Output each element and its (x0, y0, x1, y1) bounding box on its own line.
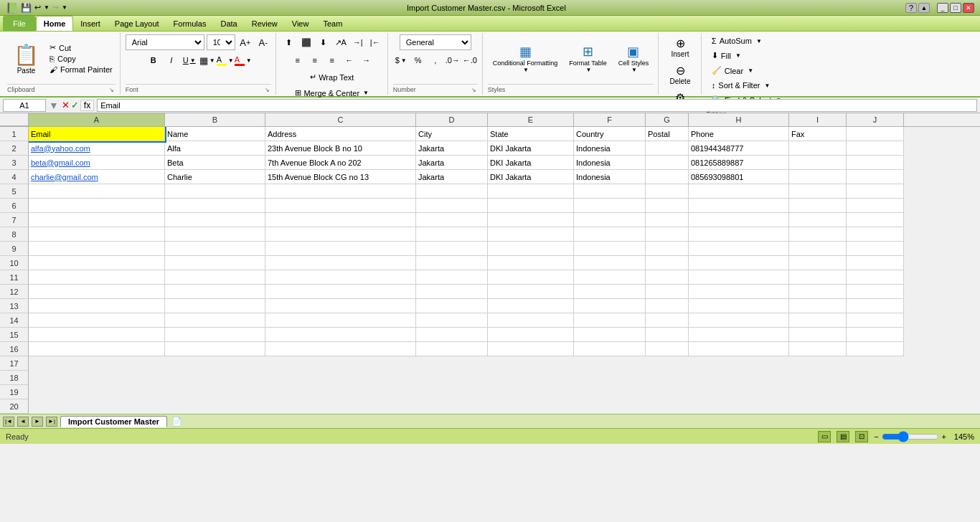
sort-filter-button[interactable]: ↕ Sort & Filter ▼ (707, 79, 786, 92)
cell-c2[interactable]: 23th Avenue Block B no 10 (265, 141, 416, 156)
cell-e16[interactable] (488, 342, 574, 356)
cell-reference-box[interactable] (3, 99, 46, 112)
autosum-button[interactable]: Σ AutoSum ▼ (707, 34, 786, 47)
cell-i12[interactable] (789, 285, 847, 299)
cell-d8[interactable] (416, 227, 488, 242)
cell-g13[interactable] (646, 299, 689, 313)
row-number-5[interactable]: 5 (0, 184, 29, 199)
cell-j7[interactable] (847, 213, 904, 227)
cell-j4[interactable] (847, 170, 904, 184)
col-header-c[interactable]: C (265, 113, 416, 126)
comma-button[interactable]: , (428, 52, 443, 68)
page-break-view-button[interactable]: ⊡ (855, 431, 868, 442)
cell-g10[interactable] (646, 256, 689, 270)
cell-b4[interactable]: Charlie (165, 170, 265, 184)
row-number-13[interactable]: 13 (0, 299, 29, 313)
cell-h8[interactable] (689, 227, 789, 242)
cell-d7[interactable] (416, 213, 488, 227)
cell-g8[interactable] (646, 227, 689, 242)
cell-j1[interactable] (847, 127, 904, 141)
cell-j15[interactable] (847, 328, 904, 342)
row-number-12[interactable]: 12 (0, 285, 29, 299)
cell-e14[interactable] (488, 313, 574, 328)
cell-a14[interactable] (29, 313, 165, 328)
insert-cells-button[interactable]: ⊕ Insert (664, 34, 697, 60)
cell-h16[interactable] (689, 342, 789, 356)
conditional-formatting-button[interactable]: ▦ Conditional Formatting ▼ (488, 40, 563, 77)
cell-b15[interactable] (165, 328, 265, 342)
rtl-button[interactable]: ← (341, 52, 357, 68)
cell-b3[interactable]: Beta (165, 156, 265, 170)
insert-function-icon[interactable]: fx (80, 100, 94, 111)
increase-decimal-button[interactable]: .0→ (445, 52, 461, 68)
cell-g4[interactable] (646, 170, 689, 184)
menu-page-layout[interactable]: Page Layout (108, 16, 166, 31)
border-button[interactable]: ▦▼ (199, 52, 215, 68)
col-header-j[interactable]: J (847, 113, 904, 126)
cell-a9[interactable] (29, 242, 165, 256)
cell-j2[interactable] (847, 141, 904, 156)
row-number-20[interactable]: 20 (0, 399, 29, 414)
cell-e4[interactable]: DKI Jakarta (488, 170, 574, 184)
indent-decrease-button[interactable]: |← (367, 34, 383, 50)
cell-i6[interactable] (789, 199, 847, 213)
cell-d2[interactable]: Jakarta (416, 141, 488, 156)
cell-g9[interactable] (646, 242, 689, 256)
cell-d5[interactable] (416, 184, 488, 199)
cell-e8[interactable] (488, 227, 574, 242)
cell-e2[interactable]: DKI Jakarta (488, 141, 574, 156)
cell-f2[interactable]: Indonesia (574, 141, 646, 156)
align-center-button[interactable]: ≡ (307, 52, 323, 68)
italic-button[interactable]: I (164, 52, 179, 68)
cell-j11[interactable] (847, 270, 904, 285)
cell-f15[interactable] (574, 328, 646, 342)
cell-a6[interactable] (29, 199, 165, 213)
cell-i3[interactable] (789, 156, 847, 170)
cell-e6[interactable] (488, 199, 574, 213)
sheet-nav-first[interactable]: |◄ (3, 417, 14, 427)
cell-c7[interactable] (265, 213, 416, 227)
cell-g14[interactable] (646, 313, 689, 328)
currency-button[interactable]: $▼ (393, 52, 409, 68)
col-header-b[interactable]: B (165, 113, 265, 126)
new-sheet-icon[interactable]: 📄 (171, 417, 182, 427)
font-expand-icon[interactable]: ↘ (264, 86, 271, 93)
cell-g12[interactable] (646, 285, 689, 299)
sheet-nav-last[interactable]: ►| (46, 417, 57, 427)
delete-cells-button[interactable]: ⊖ Delete (664, 62, 697, 87)
cell-b9[interactable] (165, 242, 265, 256)
col-header-f[interactable]: F (574, 113, 646, 126)
cell-a10[interactable] (29, 256, 165, 270)
cell-b6[interactable] (165, 199, 265, 213)
cell-a2[interactable]: alfa@yahoo.com (29, 141, 165, 156)
page-layout-view-button[interactable]: ▤ (837, 431, 849, 442)
cell-e3[interactable]: DKI Jakarta (488, 156, 574, 170)
fill-color-button[interactable]: A ▼ (217, 52, 233, 68)
format-table-button[interactable]: ⊞ Format Table ▼ (564, 40, 611, 77)
cell-e12[interactable] (488, 285, 574, 299)
cell-c9[interactable] (265, 242, 416, 256)
row-number-17[interactable]: 17 (0, 356, 29, 371)
formula-input[interactable] (97, 99, 977, 112)
row-number-15[interactable]: 15 (0, 328, 29, 342)
cell-i7[interactable] (789, 213, 847, 227)
name-box-dropdown[interactable]: ▼ (49, 100, 59, 111)
cell-a7[interactable] (29, 213, 165, 227)
cell-c16[interactable] (265, 342, 416, 356)
sheet-nav-prev[interactable]: ◄ (17, 417, 29, 427)
zoom-in-icon[interactable]: + (942, 432, 946, 441)
cell-b16[interactable] (165, 342, 265, 356)
cell-h4[interactable]: 085693098801 (689, 170, 789, 184)
cell-h3[interactable]: 081265889887 (689, 156, 789, 170)
cell-c13[interactable] (265, 299, 416, 313)
cell-h10[interactable] (689, 256, 789, 270)
cell-a11[interactable] (29, 270, 165, 285)
sheet-nav-next[interactable]: ► (32, 417, 43, 427)
normal-view-button[interactable]: ▭ (818, 431, 831, 442)
undo-icon[interactable]: ↩ (34, 3, 41, 12)
cell-f6[interactable] (574, 199, 646, 213)
row-number-8[interactable]: 8 (0, 227, 29, 242)
cell-f7[interactable] (574, 213, 646, 227)
cell-f4[interactable]: Indonesia (574, 170, 646, 184)
align-right-button[interactable]: ≡ (324, 52, 340, 68)
